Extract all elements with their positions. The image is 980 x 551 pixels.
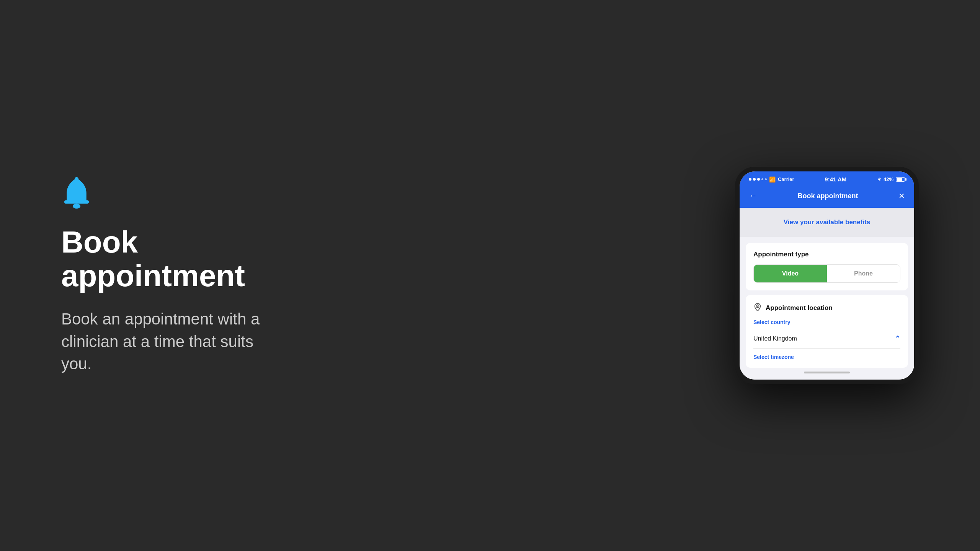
country-select-dropdown[interactable]: United Kingdom ⌃ — [753, 329, 900, 349]
bell-icon — [61, 176, 92, 210]
signal-dots — [749, 178, 767, 181]
home-indicator — [740, 368, 914, 380]
status-time: 9:41 AM — [825, 176, 846, 183]
carrier-label: Carrier — [778, 176, 794, 182]
country-value: United Kingdom — [753, 335, 797, 342]
select-country-label[interactable]: Select country — [753, 319, 900, 325]
appointment-type-card: Appointment type Video Phone — [746, 243, 908, 290]
signal-dot-3 — [757, 178, 760, 181]
left-panel: Book appointment Book an appointment wit… — [0, 137, 291, 414]
home-bar — [804, 372, 850, 373]
benefits-text: View your available benefits — [784, 218, 870, 226]
phone-inner: 📶 Carrier 9:41 AM ∗ 42% ← Book appointme… — [740, 171, 914, 380]
status-left: 📶 Carrier — [749, 176, 794, 183]
left-title: Book appointment — [61, 225, 260, 293]
close-button[interactable]: ✕ — [898, 191, 905, 201]
appointment-type-toggle: Video Phone — [753, 264, 900, 283]
signal-dot-5 — [765, 178, 767, 180]
chevron-down-icon: ⌃ — [895, 334, 900, 343]
wifi-icon: 📶 — [769, 176, 776, 183]
svg-point-4 — [757, 306, 758, 307]
battery-bar — [896, 177, 905, 182]
signal-dot-2 — [753, 178, 756, 181]
signal-dot-4 — [761, 178, 763, 180]
battery-percent: 42% — [884, 176, 893, 182]
signal-dot-1 — [749, 178, 751, 181]
location-header: Appointment location — [753, 303, 900, 313]
battery-fill — [897, 178, 902, 181]
svg-point-1 — [73, 204, 81, 209]
select-timezone-label[interactable]: Select timezone — [753, 349, 900, 360]
phone-button[interactable]: Phone — [827, 265, 900, 282]
nav-bar: ← Book appointment ✕ — [740, 186, 914, 208]
status-right: ∗ 42% — [877, 176, 905, 182]
bluetooth-icon: ∗ — [877, 176, 881, 182]
battery-indicator — [896, 177, 905, 182]
phone-mockup: 📶 Carrier 9:41 AM ∗ 42% ← Book appointme… — [735, 167, 919, 384]
location-icon — [753, 303, 762, 313]
nav-title: Book appointment — [798, 192, 858, 200]
appointment-location-card: Appointment location Select country Unit… — [746, 295, 908, 368]
appointment-type-title: Appointment type — [753, 251, 900, 258]
content-area: View your available benefits Appointment… — [740, 208, 914, 368]
svg-point-2 — [75, 177, 78, 181]
left-description: Book an appointment with a clinician at … — [61, 308, 260, 375]
svg-rect-0 — [64, 200, 89, 204]
status-bar: 📶 Carrier 9:41 AM ∗ 42% — [740, 171, 914, 186]
video-button[interactable]: Video — [754, 265, 827, 282]
location-title: Appointment location — [766, 304, 833, 312]
benefits-banner[interactable]: View your available benefits — [740, 208, 914, 237]
back-button[interactable]: ← — [749, 191, 757, 201]
